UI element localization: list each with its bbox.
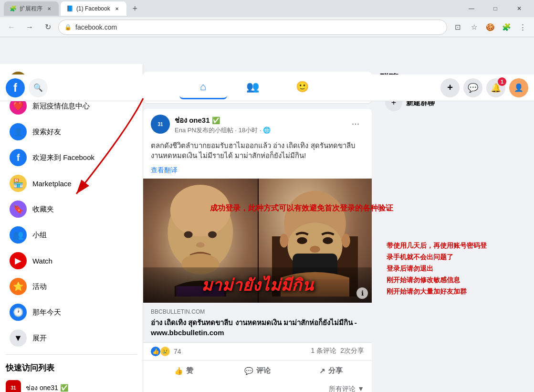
svg-point-14 <box>280 234 288 248</box>
browser-title-bar: 🧩 扩展程序 ✕ 📘 (1) Facebook ✕ + — □ ✕ <box>0 0 534 17</box>
notifications-button[interactable]: 🔔 1 <box>486 78 505 97</box>
bookmark-icon-button[interactable]: ☆ <box>466 20 482 35</box>
marketplace-icon: 🏪 <box>10 175 27 192</box>
fb-welcome-icon: f <box>10 149 27 166</box>
tab-ext-icon: 🧩 <box>10 5 17 12</box>
fb-logo-area: f 🔍 <box>0 78 143 97</box>
svg-point-15 <box>310 246 320 253</box>
image-info-icon[interactable]: ℹ <box>356 287 368 299</box>
sidebar-item-groups[interactable]: 👥 小组 <box>4 222 139 247</box>
post-channel-avatar[interactable]: 31 <box>151 115 170 134</box>
like-label: 赞 <box>186 366 193 375</box>
post-meta: ช่อง one31 ✅ Ena PN发布的小组帖 · 18小时 · 🌐 <box>175 115 342 135</box>
sidebar-item-events[interactable]: ⭐ 活动 <box>4 274 139 299</box>
like-action-button[interactable]: 👍 赞 <box>147 362 220 379</box>
post-card: 31 ช่อง one31 ✅ Ena PN发布的小组帖 · 18小时 · 🌐 <box>143 109 372 392</box>
refresh-button[interactable]: ↻ <box>40 20 55 35</box>
sidebar-item-memories[interactable]: 🕐 那年今天 <box>4 300 139 325</box>
tab-ext-close[interactable]: ✕ <box>45 5 53 12</box>
extension-button[interactable]: 🧩 <box>499 20 514 35</box>
sidebar-groups-label: 小组 <box>32 231 47 240</box>
tab-extensions[interactable]: 🧩 扩展程序 ✕ <box>4 1 59 16</box>
fb-search-button[interactable]: 🔍 <box>29 78 48 97</box>
browser-toolbar: ← → ↻ 🔒 facebook.com ⊡ ☆ 🍪 🧩 ⋮ <box>0 17 534 37</box>
channel-one31-icon: 31 <box>6 380 21 392</box>
plus-icon: + <box>447 82 453 93</box>
svg-point-13 <box>342 234 350 248</box>
link-title: อ่าง เถิดเทิง สุดรันทดขาลีบ งานหดหมดเงิน… <box>151 317 364 337</box>
quick-access-title: 快速访问列表 <box>0 359 143 377</box>
sidebar-events-label: 活动 <box>32 282 47 291</box>
post-image-container[interactable]: มาม่ายังไม่มีกิน ℹ BBCBULLETIN.COM อ่าง … <box>143 179 372 342</box>
add-action-button[interactable]: + <box>440 78 460 97</box>
see-all-comments-button[interactable]: 所有评论 ▼ <box>143 381 372 392</box>
nav-home[interactable]: ⌂ <box>179 76 227 99</box>
sidebar-item-welcome-fb[interactable]: f 欢迎来到 Facebook <box>4 145 139 170</box>
post-header: 31 ช่อง one31 ✅ Ena PN发布的小组帖 · 18小时 · 🌐 <box>143 109 372 140</box>
groups-icon: 🙂 <box>296 81 309 93</box>
nav-groups[interactable]: 🙂 <box>279 76 326 99</box>
fb-nav-right: + 💬 🔔 1 👤 <box>362 78 534 97</box>
post-channel-name: ช่อง one31 ✅ <box>175 115 342 126</box>
globe-icon: 🌐 <box>263 127 271 134</box>
svg-point-12 <box>323 237 333 244</box>
new-tab-button[interactable]: + <box>128 2 142 15</box>
fb-logo-icon[interactable]: f <box>6 78 25 97</box>
url-text: facebook.com <box>75 23 117 31</box>
comment-icon: 💬 <box>244 367 253 375</box>
post-time: 18小时 <box>239 127 258 134</box>
sad-reaction-icon: 😢 <box>160 347 170 356</box>
share-action-button[interactable]: ↗ 分享 <box>294 362 368 379</box>
messenger-button[interactable]: 💬 <box>463 78 482 97</box>
tab-fb-icon: 📘 <box>66 5 73 12</box>
watch-icon: ▶ <box>10 252 27 269</box>
post-actions-bar: 👍 赞 💬 评论 ↗ 分享 <box>143 360 372 381</box>
share-label: 分享 <box>328 366 343 375</box>
comment-action-button[interactable]: 💬 评论 <box>220 362 294 379</box>
sidebar-marketplace-label: Marketplace <box>32 180 72 188</box>
minimize-button[interactable]: — <box>461 1 482 16</box>
comments-shares: 1 条评论 2次分享 <box>311 347 364 356</box>
bookmarks-icon: 🔖 <box>10 201 27 218</box>
forward-button[interactable]: → <box>22 20 37 35</box>
fb-header: f 🔍 ⌂ 👥 🙂 + 💬 🔔 1 <box>0 74 534 101</box>
svg-point-3 <box>208 231 217 238</box>
friends-icon: 👥 <box>246 81 259 93</box>
menu-button[interactable]: ⋮ <box>515 20 530 35</box>
svg-point-11 <box>297 237 307 244</box>
memories-icon: 🕐 <box>10 304 27 321</box>
sidebar-item-friends[interactable]: 👤 搜索好友 <box>4 119 139 144</box>
tab-fb-close[interactable]: ✕ <box>113 5 121 12</box>
reactions-count: 74 <box>174 348 181 355</box>
sidebar-divider <box>6 354 137 355</box>
sidebar-item-expand[interactable]: ▼ 展开 <box>4 326 139 350</box>
events-icon: ⭐ <box>10 278 27 295</box>
sidebar-item-marketplace[interactable]: 🏪 Marketplace <box>4 171 139 196</box>
translate-link[interactable]: 查看翻译 <box>143 166 372 179</box>
sidebar-item-watch[interactable]: ▶ Watch <box>4 248 139 273</box>
tab-ext-label: 扩展程序 <box>20 5 42 13</box>
sidebar-expand-label: 展开 <box>32 334 47 343</box>
lock-icon: 🔒 <box>64 24 72 31</box>
post-reactions[interactable]: 👍 😢 74 <box>151 347 181 356</box>
maximize-button[interactable]: □ <box>484 1 506 16</box>
verified-badge: ✅ <box>212 117 220 124</box>
fb-main-feed: 📹 直播视频 🖼 照片/视频 😊 感受/活动 <box>143 64 372 392</box>
friends-search-icon: 👤 <box>10 123 27 140</box>
cast-icon-button[interactable]: ⊡ <box>450 20 465 35</box>
user-avatar-button[interactable]: 👤 <box>509 78 528 97</box>
sidebar-item-bookmarks[interactable]: 🔖 收藏夹 <box>4 197 139 222</box>
expand-icon: ▼ <box>10 329 27 347</box>
post-thai-text: ตลกดังชีวิตลำบากยอมรับฮาไมออกแล้ว อ่าง เ… <box>151 141 356 159</box>
quick-access-channel-one31[interactable]: 31 ช่อง one31 ✅ <box>0 377 143 392</box>
tab-facebook[interactable]: 📘 (1) Facebook ✕ <box>61 1 126 16</box>
address-bar[interactable]: 🔒 facebook.com <box>58 20 447 35</box>
fb-nav-center: ⌂ 👥 🙂 <box>143 76 362 99</box>
profile-cookie-button[interactable]: 🍪 <box>482 20 498 35</box>
nav-friends[interactable]: 👥 <box>229 76 277 99</box>
back-button[interactable]: ← <box>4 20 19 35</box>
sidebar-bookmarks-label: 收藏夹 <box>32 205 54 214</box>
post-more-button[interactable]: ··· <box>347 115 364 132</box>
comments-count[interactable]: 1 条评论 <box>311 347 337 356</box>
close-button[interactable]: ✕ <box>508 1 530 16</box>
